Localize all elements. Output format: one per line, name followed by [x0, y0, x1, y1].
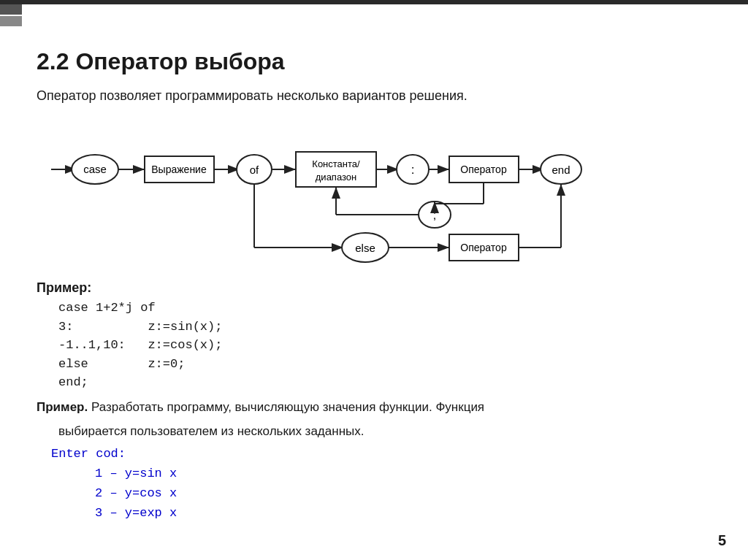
diagram-svg: case Выражение of Константа/ диапазон : — [37, 120, 621, 277]
example1-label: Пример: — [37, 280, 711, 296]
svg-text:Константа/: Константа/ — [312, 158, 360, 169]
code-line-1: case 1+2*j of — [58, 299, 711, 318]
svg-text:end: end — [552, 164, 570, 176]
code2-line4: 3 – y=exp x — [95, 503, 711, 523]
top-bar-accent — [0, 4, 22, 26]
diagram-container: case Выражение of Константа/ диапазон : — [37, 120, 711, 280]
page-number: 5 — [718, 532, 726, 549]
svg-text:;: ; — [433, 209, 436, 221]
page-title: 2.2 Оператор выбора — [37, 48, 711, 75]
slide: 2.2 Оператор выбора Оператор позволяет п… — [0, 0, 748, 560]
example2-bold: Пример. — [37, 400, 88, 414]
svg-text:case: case — [83, 163, 107, 175]
code2-line3: 2 – y=cos x — [95, 483, 711, 503]
svg-text:Выражение: Выражение — [151, 164, 207, 175]
svg-text:Оператор: Оператор — [460, 242, 507, 253]
code2-line1: Enter cod: — [51, 444, 711, 464]
example2-text2: выбирается пользователем из нескольких з… — [58, 422, 711, 441]
code2-line2: 1 – y=sin x — [95, 464, 711, 483]
svg-text:диапазон: диапазон — [316, 172, 356, 183]
svg-text::: : — [411, 163, 415, 177]
code-line-3: -1..1,10: z:=cos(x); — [58, 336, 711, 355]
code-line-4: else z:=0; — [58, 355, 711, 374]
example2-text: Пример. Разработать программу, вычисляющ… — [37, 398, 711, 417]
example2-body: Разработать программу, вычисляющую значе… — [91, 400, 484, 414]
svg-text:Оператор: Оператор — [460, 164, 507, 175]
svg-text:else: else — [355, 242, 375, 254]
top-bar — [0, 0, 748, 4]
svg-text:of: of — [250, 164, 259, 176]
code-line-5: end; — [58, 373, 711, 392]
example1-code: case 1+2*j of 3: z:=sin(x); -1..1,10: z:… — [58, 299, 711, 392]
subtitle-text: Оператор позволяет программировать неско… — [37, 88, 711, 104]
code-line-2: 3: z:=sin(x); — [58, 318, 711, 337]
